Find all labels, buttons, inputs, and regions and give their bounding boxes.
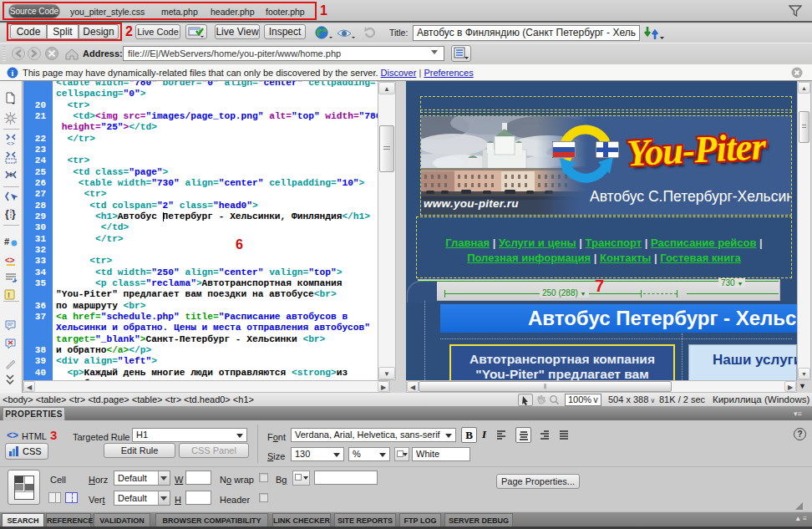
svg-text:i: i — [12, 69, 14, 78]
svg-text:!: ! — [8, 291, 10, 299]
svg-text:<>: <> — [7, 140, 15, 146]
svg-text:#: # — [4, 237, 9, 247]
svg-text:<>: <> — [5, 256, 15, 265]
